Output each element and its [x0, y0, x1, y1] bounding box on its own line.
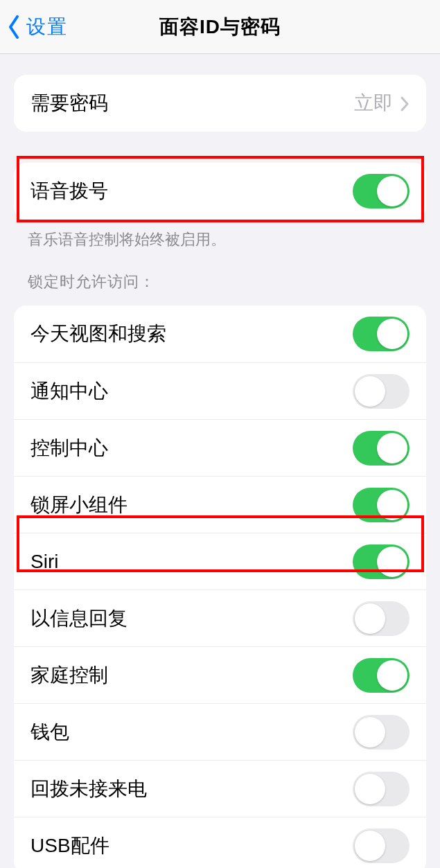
require-passcode-group: 需要密码 立即	[14, 75, 426, 132]
locked-row-label: 通知中心	[30, 378, 108, 405]
require-passcode-row[interactable]: 需要密码 立即	[14, 75, 426, 132]
locked-access-heading: 锁定时允许访问：	[28, 270, 412, 293]
back-label: 设置	[26, 14, 68, 40]
locked-row-toggle[interactable]	[353, 374, 410, 409]
nav-header: 设置 面容ID与密码	[0, 0, 440, 54]
voice-dial-group: 语音拨号	[14, 163, 426, 220]
locked-row-label: 家庭控制	[30, 662, 108, 689]
locked-row-widgets: 锁屏小组件	[14, 476, 426, 533]
voice-dial-label: 语音拨号	[30, 178, 108, 204]
locked-row-label: 锁屏小组件	[30, 492, 127, 518]
locked-row-label: 控制中心	[30, 435, 108, 461]
locked-row-control-center: 控制中心	[14, 419, 426, 476]
voice-dial-toggle[interactable]	[353, 174, 410, 209]
chevron-right-icon	[400, 95, 410, 112]
require-passcode-label: 需要密码	[30, 90, 108, 116]
locked-row-toggle[interactable]	[353, 715, 410, 750]
locked-row-toggle[interactable]	[353, 317, 410, 351]
locked-row-notifications: 通知中心	[14, 362, 426, 419]
locked-row-toggle[interactable]	[353, 772, 410, 806]
back-button[interactable]: 设置	[7, 14, 68, 40]
locked-row-label: 回拨未接来电	[30, 776, 147, 802]
chevron-left-icon	[7, 15, 21, 39]
locked-access-group: 今天视图和搜索 通知中心 控制中心 锁屏小组件 Siri 以信息回复 家庭控制 …	[14, 305, 426, 868]
locked-row-toggle[interactable]	[353, 431, 410, 466]
locked-row-label: USB配件	[30, 833, 109, 859]
locked-row-home: 家庭控制	[14, 646, 426, 703]
locked-row-toggle[interactable]	[353, 658, 410, 693]
voice-dial-footer: 音乐语音控制将始终被启用。	[28, 228, 412, 251]
locked-row-toggle[interactable]	[353, 829, 410, 863]
locked-row-siri: Siri	[14, 533, 426, 590]
locked-row-wallet: 钱包	[14, 703, 426, 760]
locked-row-label: 钱包	[30, 719, 69, 745]
locked-row-toggle[interactable]	[353, 488, 410, 522]
voice-dial-row: 语音拨号	[14, 163, 426, 220]
locked-row-callback: 回拨未接来电	[14, 760, 426, 817]
locked-row-usb: USB配件	[14, 817, 426, 868]
require-passcode-value: 立即	[354, 90, 393, 116]
locked-row-today: 今天视图和搜索	[14, 305, 426, 362]
locked-row-toggle[interactable]	[353, 601, 410, 636]
locked-row-label: 以信息回复	[30, 605, 127, 632]
locked-row-label: Siri	[30, 551, 58, 573]
locked-row-toggle[interactable]	[353, 544, 410, 579]
locked-row-reply-message: 以信息回复	[14, 590, 426, 646]
require-passcode-value-wrap: 立即	[354, 90, 410, 116]
locked-row-label: 今天视图和搜索	[30, 321, 166, 347]
